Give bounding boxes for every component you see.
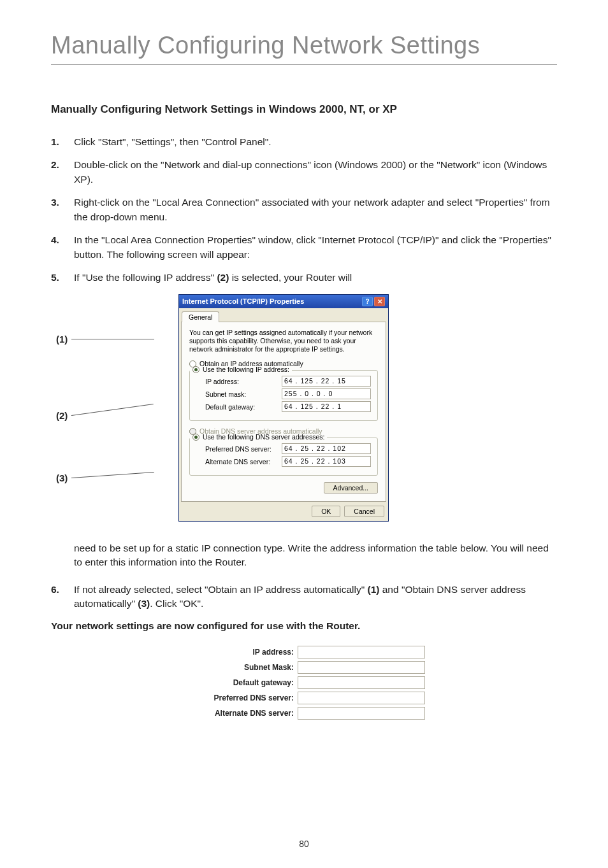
- step-body: If "Use the following IP address" (2) is…: [74, 271, 557, 285]
- page-title: Manually Configuring Network Settings: [51, 32, 557, 59]
- callout-line: [71, 472, 154, 478]
- input-gateway[interactable]: 64 . 125 . 22 . 1: [282, 401, 371, 412]
- row-gateway: Default gateway: 64 . 125 . 22 . 1: [205, 401, 371, 412]
- callout-3-label: (3): [56, 473, 68, 483]
- step-body: Double-click on the "Network and dial-up…: [74, 158, 557, 187]
- mini-row-ip: IP address:: [183, 646, 425, 658]
- step-number: 2.: [51, 158, 74, 187]
- step5-text-a: If "Use the following IP address": [74, 272, 217, 283]
- row-ip: IP address: 64 . 125 . 22 . 15: [205, 376, 371, 387]
- step6-ref-3: (3): [138, 598, 150, 609]
- step5-continuation: need to be set up for a static IP connec…: [74, 541, 557, 570]
- radio-static-ip[interactable]: Use the following IP address:: [190, 366, 292, 373]
- close-button[interactable]: ✕: [374, 297, 385, 306]
- callout-line: [71, 404, 154, 416]
- radio-static-dns[interactable]: Use the following DNS server addresses:: [190, 433, 327, 441]
- label-gateway: Default gateway:: [205, 403, 255, 411]
- step-number: 4.: [51, 233, 74, 262]
- callout-1-label: (1): [56, 334, 68, 345]
- mini-row-adns: Alternate DNS server:: [183, 707, 425, 720]
- radio-icon: [192, 434, 199, 441]
- step6-text-a: If not already selected, select "Obtain …: [74, 584, 367, 595]
- row-mask: Subnet mask: 255 . 0 . 0 . 0: [205, 388, 371, 399]
- step-6: 6. If not already selected, select "Obta…: [51, 583, 557, 611]
- mini-label-ip: IP address:: [253, 648, 294, 657]
- callout-3: (3): [56, 473, 153, 483]
- step-body: If not already selected, select "Obtain …: [74, 583, 557, 611]
- radio-static-ip-label: Use the following IP address:: [203, 366, 289, 373]
- confirmation-text: Your network settings are now configured…: [51, 620, 557, 632]
- callouts-column: (1) (2) (3): [51, 294, 178, 530]
- step-number: 3.: [51, 196, 74, 224]
- page-number: 80: [0, 839, 608, 849]
- step6-text-e: . Click "OK".: [150, 598, 203, 609]
- dialog-description: You can get IP settings assigned automat…: [189, 329, 378, 353]
- tcpip-properties-dialog: Internet Protocol (TCP/IP) Properties ? …: [178, 294, 389, 522]
- row-adns: Alternate DNS server: 64 . 25 . 22 . 103: [205, 456, 371, 467]
- mini-field-gw[interactable]: [298, 676, 425, 689]
- step-4: 4. In the "Local Area Connection Propert…: [51, 233, 557, 262]
- mini-label-gw: Default gateway:: [233, 678, 294, 687]
- mini-field-mask[interactable]: [298, 661, 425, 674]
- mini-field-ip[interactable]: [298, 646, 425, 658]
- label-adns: Alternate DNS server:: [205, 458, 270, 466]
- radio-icon: [192, 366, 199, 373]
- dialog-title: Internet Protocol (TCP/IP) Properties: [182, 297, 304, 305]
- row-pdns: Preferred DNS server: 64 . 25 . 22 . 102: [205, 443, 371, 454]
- mini-label-adns: Alternate DNS server:: [215, 709, 294, 718]
- step-1: 1. Click "Start", "Settings", then "Cont…: [51, 135, 557, 149]
- mini-row-pdns: Preferred DNS server:: [183, 692, 425, 704]
- input-mask[interactable]: 255 . 0 . 0 . 0: [282, 388, 371, 399]
- tab-general[interactable]: General: [182, 311, 219, 322]
- section-heading: Manually Configuring Network Settings in…: [51, 103, 557, 116]
- step6-ref-1: (1): [367, 584, 379, 595]
- step-3: 3. Right-click on the "Local Area Connec…: [51, 196, 557, 224]
- step-body: Right-click on the "Local Area Connectio…: [74, 196, 557, 224]
- mini-field-adns[interactable]: [298, 707, 425, 720]
- label-pdns: Preferred DNS server:: [205, 445, 271, 453]
- step-5: 5. If "Use the following IP address" (2)…: [51, 271, 557, 285]
- step5-ref-2: (2): [217, 272, 229, 283]
- step-body: In the "Local Area Connection Properties…: [74, 233, 557, 262]
- step-body: Click "Start", "Settings", then "Control…: [74, 135, 557, 149]
- tab-panel: You can get IP settings assigned automat…: [181, 322, 386, 502]
- step-number: 1.: [51, 135, 74, 149]
- mini-label-mask: Subnet Mask:: [244, 663, 294, 672]
- title-underline: [51, 64, 557, 65]
- callout-1: (1): [56, 334, 153, 345]
- steps-list: 1. Click "Start", "Settings", then "Cont…: [51, 135, 557, 285]
- mini-row-mask: Subnet Mask:: [183, 661, 425, 674]
- radio-static-dns-label: Use the following DNS server addresses:: [203, 433, 324, 441]
- mini-row-gw: Default gateway:: [183, 676, 425, 689]
- help-button[interactable]: ?: [362, 297, 373, 306]
- cancel-button[interactable]: Cancel: [344, 506, 384, 517]
- static-dns-group: Use the following DNS server addresses: …: [189, 438, 378, 476]
- steps-list-2: 6. If not already selected, select "Obta…: [51, 583, 557, 611]
- step-2: 2. Double-click on the "Network and dial…: [51, 158, 557, 187]
- blank-settings-form: IP address: Subnet Mask: Default gateway…: [183, 646, 425, 720]
- label-ip: IP address:: [205, 378, 239, 385]
- step5-text-c: is selected, your Router will: [229, 272, 352, 283]
- input-ip[interactable]: 64 . 125 . 22 . 15: [282, 376, 371, 387]
- label-mask: Subnet mask:: [205, 390, 246, 398]
- mini-label-pdns: Preferred DNS server:: [214, 694, 294, 702]
- step-number: 6.: [51, 583, 74, 611]
- callout-line: [71, 339, 154, 339]
- static-ip-group: Use the following IP address: IP address…: [189, 370, 378, 421]
- advanced-button[interactable]: Advanced...: [324, 482, 378, 494]
- input-adns[interactable]: 64 . 25 . 22 . 103: [282, 456, 371, 467]
- dialog-titlebar: Internet Protocol (TCP/IP) Properties ? …: [179, 295, 388, 308]
- ok-button[interactable]: OK: [312, 506, 340, 517]
- step-number: 5.: [51, 271, 74, 285]
- callout-2-label: (2): [56, 410, 68, 421]
- input-pdns[interactable]: 64 . 25 . 22 . 102: [282, 443, 371, 454]
- callout-2: (2): [56, 410, 153, 421]
- mini-field-pdns[interactable]: [298, 692, 425, 704]
